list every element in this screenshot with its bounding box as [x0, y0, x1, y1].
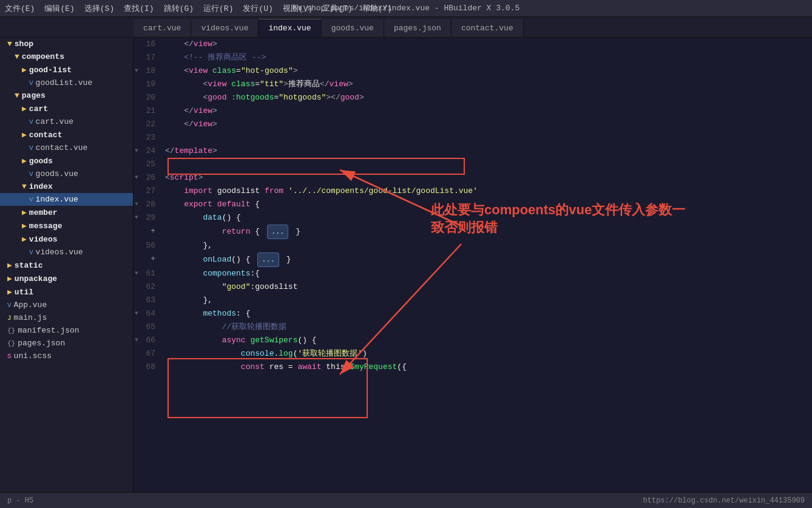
menu-edit[interactable]: 编辑(E): [44, 3, 74, 14]
code-line-30: + return { ... }: [134, 225, 812, 239]
line-number: 56: [134, 239, 163, 252]
file-icon: V: [29, 80, 33, 87]
line-number: ▼29: [134, 211, 163, 225]
sidebar-item-contact[interactable]: ▶ contact: [0, 128, 133, 141]
line-content: export default {: [163, 198, 812, 211]
tab-contact[interactable]: contact.vue: [452, 19, 524, 37]
menu-publish[interactable]: 发行(U): [243, 3, 272, 14]
line-number: 20: [134, 91, 163, 104]
line-number: 17: [134, 51, 163, 64]
code-line-17: 17 <!-- 推荐商品区 -->: [134, 51, 812, 64]
menu-file[interactable]: 文件(E): [5, 3, 35, 14]
line-number: +: [134, 252, 163, 267]
menu-jump[interactable]: 跳转(G): [164, 3, 194, 14]
line-number: 23: [134, 131, 163, 144]
line-number: 22: [134, 118, 163, 131]
line-number: ▼61: [134, 267, 163, 280]
menu-run[interactable]: 运行(R): [203, 3, 233, 14]
sidebar-item-index-vue[interactable]: V index.vue: [0, 193, 133, 206]
folder-icon: ▼: [7, 39, 12, 49]
sidebar-item-compoents[interactable]: ▼ compoents: [0, 50, 133, 63]
line-content: </view>: [163, 104, 812, 118]
sidebar-item-shop[interactable]: ▼ shop: [0, 38, 133, 50]
sidebar-item-main-js[interactable]: J main.js: [0, 311, 133, 324]
sidebar-item-videos-vue[interactable]: V videos.vue: [0, 246, 133, 259]
code-line-67: 67 console.log('获取轮播图数据'): [134, 347, 812, 361]
file-icon: V: [29, 171, 33, 178]
sidebar-item-util[interactable]: ▶ util: [0, 285, 133, 299]
code-line-64: ▼64 methods: {: [134, 307, 812, 320]
sidebar-item-member[interactable]: ▶ member: [0, 206, 133, 219]
sidebar-item-app-vue[interactable]: V App.vue: [0, 299, 133, 311]
folder-icon: ▶: [22, 130, 27, 140]
line-number: 21: [134, 104, 163, 118]
sidebar-item-message[interactable]: ▶ message: [0, 219, 133, 232]
sidebar-item-static[interactable]: ▶ static: [0, 259, 133, 272]
sidebar-item-pages-json[interactable]: {} pages.json: [0, 337, 133, 350]
line-content: import goodslist from '../../compoents/g…: [163, 185, 812, 198]
menu-select[interactable]: 选择(S): [84, 3, 114, 14]
code-line-26: ▼26 <script>: [134, 171, 812, 185]
sidebar-item-unpackage[interactable]: ▶ unpackage: [0, 272, 133, 285]
window-title: hm_shop/pages/index/index.vue - HBuilder…: [293, 4, 519, 13]
code-line-24: ▼24 </template>: [134, 144, 812, 158]
tab-pages-json[interactable]: pages.json: [384, 19, 452, 37]
code-line-65: 65 //获取轮播图数据: [134, 320, 812, 334]
tab-goods[interactable]: goods.vue: [322, 19, 384, 37]
folder-icon: ▶: [7, 287, 12, 297]
sidebar-item-goods-vue[interactable]: V goods.vue: [0, 168, 133, 180]
tab-bar: cart.vue videos.vue index.vue goods.vue …: [0, 17, 812, 38]
code-line-22: 22 </view>: [134, 118, 812, 131]
line-number: 65: [134, 320, 163, 334]
line-number: 25: [134, 158, 163, 171]
sidebar-item-cart[interactable]: ▶ cart: [0, 102, 133, 115]
line-content: components:{: [163, 267, 812, 280]
tab-cart[interactable]: cart.vue: [134, 19, 191, 37]
sidebar-item-cart-vue[interactable]: V cart.vue: [0, 115, 133, 128]
folder-icon: ▶: [22, 221, 27, 231]
code-line-27: 27 import goodslist from '../../compoent…: [134, 185, 812, 198]
file-icon: V: [29, 118, 33, 126]
sidebar-item-pages[interactable]: ▼ pages: [0, 89, 133, 102]
sidebar-item-videos[interactable]: ▶ videos: [0, 232, 133, 246]
main-layout: ▼ shop ▼ compoents ▶ good-list V goodLis…: [0, 38, 812, 492]
file-icon: V: [29, 196, 33, 203]
file-icon: {}: [7, 327, 15, 334]
code-line-28: ▼28 export default {: [134, 198, 812, 211]
line-number: ▼64: [134, 307, 163, 320]
code-area[interactable]: 16 </view> 17 <!-- 推荐商品区 --> ▼18 <view c…: [134, 38, 812, 492]
sidebar-item-index[interactable]: ▼ index: [0, 180, 133, 193]
collapsed-indicator[interactable]: ...: [267, 225, 289, 239]
status-right: https://blog.csdn.net/weixin_44135909: [643, 496, 805, 505]
line-content: </view>: [163, 38, 812, 51]
line-content: [163, 158, 812, 171]
sidebar-item-manifest-json[interactable]: {} manifest.json: [0, 324, 133, 337]
sidebar-item-uni-scss[interactable]: S uni.scss: [0, 350, 133, 362]
line-content: },: [163, 294, 812, 307]
sidebar-item-good-list[interactable]: ▶ good-list: [0, 63, 133, 76]
code-line-18: ▼18 <view class="hot-goods">: [134, 64, 812, 78]
line-number: 67: [134, 347, 163, 361]
sidebar-item-goods[interactable]: ▶ goods: [0, 154, 133, 168]
line-content: console.log('获取轮播图数据'): [163, 347, 812, 361]
line-content: async getSwipers() {: [163, 334, 812, 347]
sidebar-item-contact-vue[interactable]: V contact.vue: [0, 141, 133, 154]
folder-icon: ▶: [22, 65, 27, 75]
folder-icon: ▶: [22, 234, 27, 244]
line-number: 19: [134, 78, 163, 91]
line-content: <script>: [163, 171, 812, 185]
line-content: <view class="hot-goods">: [163, 64, 812, 78]
tab-index[interactable]: index.vue: [259, 19, 321, 37]
line-content: data() {: [163, 211, 812, 225]
line-number: +: [134, 225, 163, 239]
tab-videos[interactable]: videos.vue: [191, 19, 259, 37]
line-number: 62: [134, 280, 163, 294]
line-content: </template>: [163, 144, 812, 158]
code-line-61: ▼61 components:{: [134, 267, 812, 280]
collapsed-indicator[interactable]: ...: [257, 252, 279, 267]
sidebar-item-goodList-vue[interactable]: V goodList.vue: [0, 76, 133, 89]
file-icon: V: [29, 249, 33, 256]
menu-find[interactable]: 查找(I): [124, 3, 154, 14]
line-content: //获取轮播图数据: [163, 320, 812, 334]
folder-icon: ▼: [22, 182, 27, 191]
